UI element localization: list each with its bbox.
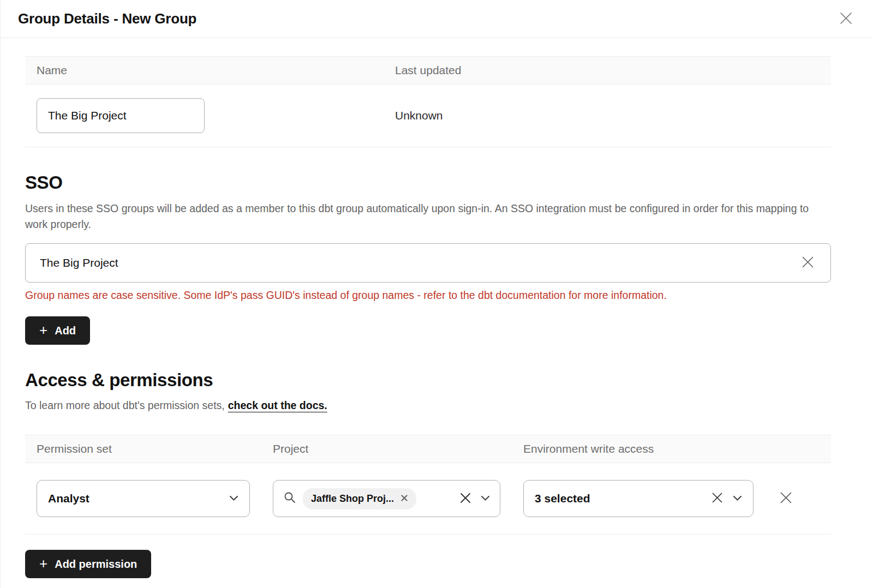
plus-icon: + xyxy=(39,556,47,571)
sso-group-field xyxy=(25,243,831,283)
plus-icon: + xyxy=(39,323,47,337)
sso-heading: SSO xyxy=(25,172,831,193)
sso-description: Users in these SSO groups will be added … xyxy=(25,201,827,232)
project-cell: Jaffle Shop Proj... xyxy=(261,480,512,517)
name-cell xyxy=(25,98,384,133)
close-icon xyxy=(839,11,853,27)
project-combobox[interactable]: Jaffle Shop Proj... xyxy=(273,480,500,517)
access-description-text: To learn more about dbt's permission set… xyxy=(25,399,225,411)
column-header-project: Project xyxy=(261,435,512,463)
permission-set-select[interactable]: Analyst xyxy=(37,480,250,517)
add-permission-button-label: Add permission xyxy=(55,558,137,571)
sso-add-button[interactable]: + Add xyxy=(25,316,90,345)
project-tag: Jaffle Shop Proj... xyxy=(303,488,416,509)
modal-title: Group Details - New Group xyxy=(18,10,196,27)
group-details-modal: Group Details - New Group Name Last upda… xyxy=(0,0,873,588)
add-permission-button[interactable]: + Add permission xyxy=(25,550,151,578)
details-table-header: Name Last updated xyxy=(25,57,831,85)
sso-error-message: Group names are case sensitive. Some IdP… xyxy=(25,288,831,302)
remove-row-icon xyxy=(779,490,793,507)
environment-cell: 3 selected xyxy=(512,480,831,517)
details-table-row: Unknown xyxy=(25,85,831,147)
permissions-table: Permission set Project Environment write… xyxy=(25,435,831,535)
access-description: To learn more about dbt's permission set… xyxy=(25,399,831,412)
chevron-down-icon xyxy=(481,494,490,503)
clear-icon xyxy=(800,255,815,271)
column-header-name: Name xyxy=(25,57,384,84)
permission-set-cell: Analyst xyxy=(25,480,261,517)
group-name-input[interactable] xyxy=(37,98,205,133)
sso-add-button-label: Add xyxy=(55,325,76,337)
project-tag-remove-button[interactable] xyxy=(400,494,408,503)
clear-icon xyxy=(459,491,472,506)
modal-header: Group Details - New Group xyxy=(1,0,873,38)
sso-group-input[interactable] xyxy=(39,256,798,270)
environment-selected-value: 3 selected xyxy=(535,492,702,505)
environment-clear-button[interactable] xyxy=(708,489,726,508)
column-header-environment-write-access: Environment write access xyxy=(512,435,831,463)
modal-content: Name Last updated Unknown SSO Users in t… xyxy=(1,56,873,588)
column-header-last-updated: Last updated xyxy=(384,57,831,84)
search-icon xyxy=(283,491,296,506)
close-button[interactable] xyxy=(836,9,856,29)
clear-icon xyxy=(710,491,724,506)
docs-link[interactable]: check out the docs. xyxy=(228,399,327,411)
environment-write-access-select[interactable]: 3 selected xyxy=(523,480,754,517)
permission-set-value: Analyst xyxy=(48,492,223,505)
chevron-down-icon xyxy=(733,494,742,503)
tag-remove-icon xyxy=(400,494,408,503)
last-updated-value: Unknown xyxy=(395,109,443,122)
remove-permission-row-button[interactable] xyxy=(776,488,796,509)
column-header-permission-set: Permission set xyxy=(25,435,261,463)
last-updated-cell: Unknown xyxy=(384,109,831,122)
group-details-table: Name Last updated Unknown xyxy=(25,56,831,147)
project-tag-label: Jaffle Shop Proj... xyxy=(311,493,394,505)
chevron-down-icon xyxy=(229,494,238,503)
permissions-table-header: Permission set Project Environment write… xyxy=(25,435,831,463)
sso-group-clear-button[interactable] xyxy=(798,253,817,273)
access-permissions-heading: Access & permissions xyxy=(25,370,831,391)
permission-row: Analyst Jaffle Shop Proj... xyxy=(25,463,831,535)
project-clear-button[interactable] xyxy=(457,489,474,508)
